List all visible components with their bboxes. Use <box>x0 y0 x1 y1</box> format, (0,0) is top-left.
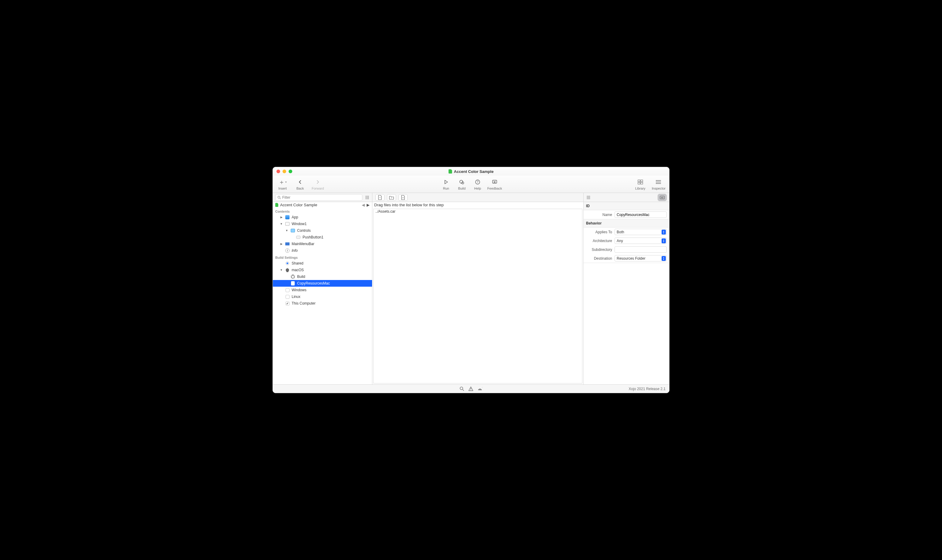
checkbox-icon[interactable] <box>286 295 289 299</box>
destination-select[interactable]: Resources Folder ▴▾ <box>614 255 667 262</box>
svg-point-13 <box>656 182 656 182</box>
copy-step-icon <box>291 281 295 285</box>
inspector-id-header: ID <box>583 202 669 210</box>
add-folder-button[interactable]: + <box>387 194 396 201</box>
nav-item-build[interactable]: Build <box>273 273 372 280</box>
file-list[interactable]: ../Assets.car <box>373 209 582 383</box>
apple-icon <box>286 268 289 272</box>
nav-item-macos[interactable]: ▼ macOS <box>273 267 372 273</box>
plus-icon: ＋ <box>279 179 285 185</box>
nav-item-thiscomputer[interactable]: This Computer <box>273 300 372 307</box>
app-window: Accent Color Sample ＋ ▾ Insert Back <box>272 167 670 393</box>
disclosure-down-icon[interactable]: ▼ <box>285 229 289 232</box>
run-button[interactable]: Run <box>440 178 452 190</box>
svg-point-12 <box>656 180 656 181</box>
contents-header: Contents <box>273 208 372 214</box>
sub-toolbar: + + ID <box>273 193 669 202</box>
status-bar: ★ Xojo 2021 Release 2.1 <box>273 385 669 393</box>
window-title-text: Accent Color Sample <box>454 169 494 174</box>
search-icon <box>277 196 281 199</box>
nav-item-windows[interactable]: Windows <box>273 287 372 293</box>
status-search-icon[interactable] <box>460 386 464 391</box>
feedback-button[interactable]: Feedback <box>487 178 502 190</box>
applies-to-select[interactable]: Both ▴▾ <box>614 229 667 235</box>
svg-rect-5 <box>638 180 640 182</box>
status-warning-icon[interactable] <box>469 386 473 391</box>
right-panel-toggle[interactable] <box>586 195 591 200</box>
nav-item-window1[interactable]: ▼ Window1 <box>273 220 372 227</box>
build-button[interactable]: Build <box>456 178 468 190</box>
name-field[interactable] <box>614 211 667 218</box>
window-icon <box>285 222 289 226</box>
disclosure-right-icon[interactable]: ▶ <box>280 216 283 219</box>
subdirectory-label: Subdirectory <box>586 248 612 252</box>
inspector-behavior-header: Behavior <box>583 219 669 228</box>
library-button[interactable]: Library <box>634 178 646 190</box>
svg-rect-7 <box>638 182 640 184</box>
checkbox-icon[interactable] <box>286 288 289 292</box>
chevron-down-icon: ▾ <box>285 180 287 183</box>
svg-text:★: ★ <box>482 386 483 388</box>
checkbox-icon[interactable] <box>286 302 289 306</box>
insert-menu[interactable]: ＋ ▾ Insert <box>277 178 289 190</box>
applies-to-label: Applies To <box>586 230 612 234</box>
editor-area: Drag files into the list below for this … <box>372 202 583 385</box>
back-button[interactable]: Back <box>294 178 306 190</box>
nav-item-controls[interactable]: ▼ Controls <box>273 227 372 234</box>
svg-rect-8 <box>641 182 643 184</box>
svg-point-0 <box>460 180 463 183</box>
document-icon <box>448 169 452 174</box>
menubar-icon <box>285 242 289 245</box>
forward-button[interactable]: Forward <box>312 178 324 190</box>
version-label: Xojo 2021 Release 2.1 <box>629 387 665 391</box>
inspector-button[interactable]: Inspector <box>652 178 665 190</box>
subdirectory-field[interactable] <box>614 246 667 253</box>
button-icon <box>296 236 300 239</box>
disclosure-down-icon[interactable]: ▼ <box>280 268 283 271</box>
main-toolbar: ＋ ▾ Insert Back Forward Run <box>273 175 669 193</box>
navigator-root[interactable]: Accent Color Sample ◀ ▶ <box>273 202 372 208</box>
status-remote-icon[interactable]: ★ <box>478 386 483 391</box>
nav-item-app[interactable]: ▶ App <box>273 214 372 220</box>
destination-label: Destination <box>586 256 612 261</box>
svg-point-28 <box>460 387 463 390</box>
svg-rect-4 <box>493 180 497 183</box>
help-button[interactable]: ? Help <box>472 178 484 190</box>
project-icon <box>275 203 278 207</box>
nav-item-linux[interactable]: Linux <box>273 293 372 300</box>
disclosure-down-icon[interactable]: ▼ <box>280 222 283 225</box>
nav-item-copyresources[interactable]: CopyResourcesMac <box>273 280 372 287</box>
titlebar: Accent Color Sample <box>273 167 669 175</box>
architecture-select[interactable]: Any ▴▾ <box>614 237 667 244</box>
drag-hint-label: Drag files into the list below for this … <box>372 202 583 208</box>
nav-item-mainmenubar[interactable]: ▶ MainMenuBar <box>273 240 372 247</box>
svg-text:ID: ID <box>661 197 663 199</box>
info-icon: i <box>285 248 289 253</box>
history-back-icon[interactable]: ◀ <box>362 203 365 207</box>
disclosure-right-icon[interactable]: ▶ <box>280 242 283 245</box>
add-file-button[interactable]: + <box>376 194 385 201</box>
content-area: Accent Color Sample ◀ ▶ Contents ▶ App ▼… <box>273 202 669 385</box>
nav-item-pushbutton1[interactable]: PushButton1 <box>273 234 372 240</box>
navigator-sidebar: Accent Color Sample ◀ ▶ Contents ▶ App ▼… <box>273 202 372 385</box>
nav-item-shared[interactable]: Shared <box>273 260 372 267</box>
svg-line-16 <box>280 198 281 199</box>
app-icon <box>285 215 289 219</box>
inspector-id-tab[interactable]: ID <box>658 194 666 201</box>
inspector-panel: ID Name Behavior Applies To Both ▴▾ Arch… <box>583 202 669 385</box>
svg-text:+: + <box>391 197 392 199</box>
select-arrows-icon: ▴▾ <box>662 256 666 261</box>
nav-item-info[interactable]: i Info <box>273 247 372 254</box>
architecture-label: Architecture <box>586 239 612 243</box>
filter-input[interactable] <box>282 195 360 200</box>
radio-icon <box>286 262 289 265</box>
remove-file-button[interactable] <box>399 194 408 201</box>
left-panel-toggle[interactable] <box>365 195 369 200</box>
svg-rect-6 <box>641 180 643 182</box>
svg-point-32 <box>480 390 480 391</box>
file-list-item[interactable]: ../Assets.car <box>374 209 582 214</box>
svg-point-14 <box>656 183 656 184</box>
name-label: Name <box>586 213 612 217</box>
filter-search[interactable] <box>275 194 362 201</box>
history-forward-icon[interactable]: ▶ <box>366 203 369 207</box>
